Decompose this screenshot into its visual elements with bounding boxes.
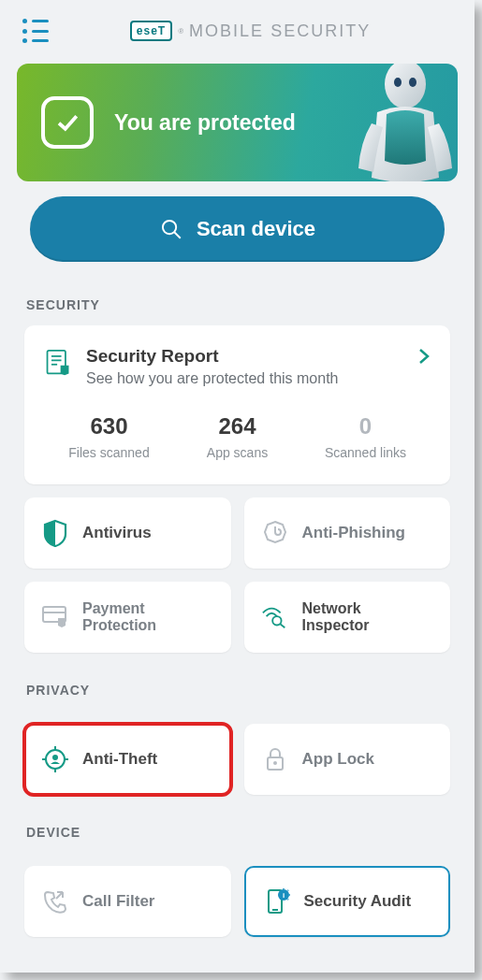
stat-files-label: Files scanned	[45, 445, 173, 460]
report-stats: 630 Files scanned 264 App scans 0 Scanne…	[45, 413, 430, 460]
tile-antiphishing[interactable]: Anti-Phishing	[244, 497, 451, 569]
tile-label: Call Filter	[82, 892, 154, 911]
scan-button-label: Scan device	[197, 217, 315, 241]
tile-payment[interactable]: PaymentProtection	[24, 582, 231, 653]
svg-point-21	[273, 761, 277, 765]
brand-logo-badge: eseT	[130, 21, 172, 41]
check-icon	[41, 96, 94, 149]
tile-label: PaymentProtection	[82, 600, 156, 635]
tile-label: NetworkInspector	[302, 600, 370, 635]
shield-icon	[41, 519, 69, 547]
svg-point-3	[163, 221, 176, 234]
report-icon	[45, 349, 71, 377]
stat-links-label: Scanned links	[301, 445, 430, 460]
svg-point-1	[394, 78, 402, 87]
tile-antivirus[interactable]: Antivirus	[24, 497, 231, 569]
svg-line-4	[174, 232, 181, 238]
svg-point-19	[52, 755, 58, 760]
wifi-search-icon	[261, 603, 289, 631]
tile-label: Anti-Theft	[82, 750, 157, 769]
stat-apps-value: 264	[173, 413, 301, 440]
tile-network[interactable]: NetworkInspector	[244, 582, 451, 653]
stat-links-value: 0	[301, 413, 430, 440]
tile-label: Security Audit	[304, 892, 412, 911]
menu-icon[interactable]	[22, 19, 51, 43]
section-label-privacy: PRIVACY	[0, 670, 475, 711]
status-message: You are protected	[114, 110, 296, 136]
tile-label: Anti-Phishing	[302, 524, 405, 542]
section-label-security: SECURITY	[0, 284, 475, 325]
tile-callfilter[interactable]: Call Filter	[24, 866, 231, 937]
svg-point-2	[409, 78, 416, 87]
tile-antitheft[interactable]: Anti-Theft	[24, 724, 231, 795]
svg-line-13	[280, 625, 285, 628]
svg-text:i: i	[282, 891, 284, 900]
svg-point-12	[272, 616, 281, 625]
tile-security-audit[interactable]: i Security Audit	[244, 866, 451, 937]
crosshair-icon	[41, 745, 69, 773]
section-label-device: DEVICE	[0, 812, 475, 853]
tile-label: App Lock	[302, 750, 374, 769]
scan-device-button[interactable]: Scan device	[30, 196, 445, 262]
robot-illustration	[349, 64, 458, 181]
stat-files-value: 630	[45, 413, 173, 440]
svg-point-0	[385, 64, 426, 108]
report-title: Security Report	[86, 346, 403, 367]
security-report-card[interactable]: Security Report See how you are protecte…	[24, 325, 450, 484]
tile-applock[interactable]: App Lock	[244, 724, 451, 795]
chevron-right-icon	[418, 346, 430, 370]
report-subtitle: See how you are protected this month	[86, 370, 403, 387]
brand-text: MOBILE SECURITY	[189, 22, 371, 41]
lock-icon	[261, 745, 289, 773]
stat-apps-label: App scans	[173, 445, 301, 460]
card-icon	[41, 603, 69, 631]
brand-logo: eseT® MOBILE SECURITY	[130, 21, 371, 41]
phone-icon	[41, 887, 69, 915]
tile-label: Antivirus	[82, 524, 152, 542]
status-banner: You are protected	[17, 64, 458, 181]
hook-icon	[261, 519, 289, 547]
phone-info-icon: i	[263, 887, 291, 915]
search-icon	[159, 217, 183, 241]
